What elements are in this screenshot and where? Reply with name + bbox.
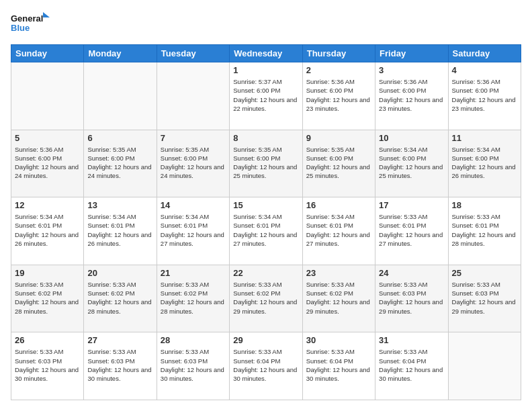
calendar-cell: 11Sunrise: 5:34 AM Sunset: 6:00 PM Dayli… [448, 130, 521, 197]
day-info: Sunrise: 5:33 AM Sunset: 6:04 PM Dayligh… [306, 347, 371, 383]
day-number: 30 [306, 335, 371, 345]
calendar-cell: 13Sunrise: 5:34 AM Sunset: 6:01 PM Dayli… [84, 197, 157, 265]
day-number: 4 [452, 65, 517, 75]
calendar-cell: 30Sunrise: 5:33 AM Sunset: 6:04 PM Dayli… [302, 332, 375, 400]
calendar-cell: 1Sunrise: 5:37 AM Sunset: 6:00 PM Daylig… [230, 62, 302, 130]
day-number: 10 [379, 133, 444, 143]
day-number: 17 [379, 200, 444, 210]
day-header-tuesday: Tuesday [157, 45, 229, 62]
calendar-cell [448, 332, 521, 400]
day-header-monday: Monday [84, 45, 157, 62]
week-row-3: 12Sunrise: 5:34 AM Sunset: 6:01 PM Dayli… [11, 197, 521, 265]
calendar-table: SundayMondayTuesdayWednesdayThursdayFrid… [11, 44, 521, 400]
calendar-cell: 23Sunrise: 5:33 AM Sunset: 6:02 PM Dayli… [302, 265, 375, 332]
day-info: Sunrise: 5:33 AM Sunset: 6:03 PM Dayligh… [452, 280, 517, 316]
day-info: Sunrise: 5:36 AM Sunset: 6:00 PM Dayligh… [379, 77, 444, 113]
calendar-cell: 9Sunrise: 5:35 AM Sunset: 6:00 PM Daylig… [302, 130, 375, 197]
day-info: Sunrise: 5:35 AM Sunset: 6:00 PM Dayligh… [161, 145, 226, 181]
day-info: Sunrise: 5:36 AM Sunset: 6:00 PM Dayligh… [15, 145, 80, 181]
day-info: Sunrise: 5:33 AM Sunset: 6:03 PM Dayligh… [87, 347, 152, 383]
day-number: 3 [379, 65, 444, 75]
day-info: Sunrise: 5:34 AM Sunset: 6:00 PM Dayligh… [452, 145, 517, 181]
day-info: Sunrise: 5:34 AM Sunset: 6:01 PM Dayligh… [87, 212, 152, 248]
logo-svg: General Blue [11, 11, 51, 38]
day-number: 15 [233, 200, 298, 210]
day-number: 9 [306, 133, 371, 143]
day-info: Sunrise: 5:34 AM Sunset: 6:01 PM Dayligh… [15, 212, 80, 248]
day-number: 26 [15, 335, 80, 345]
day-header-saturday: Saturday [448, 45, 521, 62]
calendar-cell [11, 62, 84, 130]
day-number: 5 [15, 133, 80, 143]
calendar-cell: 18Sunrise: 5:33 AM Sunset: 6:01 PM Dayli… [448, 197, 521, 265]
calendar-cell: 25Sunrise: 5:33 AM Sunset: 6:03 PM Dayli… [448, 265, 521, 332]
day-info: Sunrise: 5:37 AM Sunset: 6:00 PM Dayligh… [233, 77, 298, 113]
week-row-4: 19Sunrise: 5:33 AM Sunset: 6:02 PM Dayli… [11, 265, 521, 332]
day-info: Sunrise: 5:33 AM Sunset: 6:04 PM Dayligh… [379, 347, 444, 383]
calendar-cell: 27Sunrise: 5:33 AM Sunset: 6:03 PM Dayli… [84, 332, 157, 400]
day-number: 18 [452, 200, 517, 210]
calendar-cell: 20Sunrise: 5:33 AM Sunset: 6:02 PM Dayli… [84, 265, 157, 332]
day-number: 28 [161, 335, 226, 345]
day-header-friday: Friday [375, 45, 448, 62]
calendar-cell: 12Sunrise: 5:34 AM Sunset: 6:01 PM Dayli… [11, 197, 84, 265]
day-info: Sunrise: 5:34 AM Sunset: 6:00 PM Dayligh… [379, 145, 444, 181]
day-info: Sunrise: 5:33 AM Sunset: 6:02 PM Dayligh… [15, 280, 80, 316]
day-info: Sunrise: 5:33 AM Sunset: 6:04 PM Dayligh… [233, 347, 298, 383]
day-info: Sunrise: 5:36 AM Sunset: 6:00 PM Dayligh… [306, 77, 371, 113]
day-header-thursday: Thursday [302, 45, 375, 62]
day-info: Sunrise: 5:35 AM Sunset: 6:00 PM Dayligh… [306, 145, 371, 181]
calendar-cell: 17Sunrise: 5:33 AM Sunset: 6:01 PM Dayli… [375, 197, 448, 265]
calendar-cell: 2Sunrise: 5:36 AM Sunset: 6:00 PM Daylig… [302, 62, 375, 130]
calendar-cell: 24Sunrise: 5:33 AM Sunset: 6:03 PM Dayli… [375, 265, 448, 332]
day-info: Sunrise: 5:33 AM Sunset: 6:03 PM Dayligh… [161, 347, 226, 383]
svg-text:Blue: Blue [11, 23, 30, 33]
day-number: 12 [15, 200, 80, 210]
calendar-cell: 28Sunrise: 5:33 AM Sunset: 6:03 PM Dayli… [157, 332, 229, 400]
day-info: Sunrise: 5:33 AM Sunset: 6:01 PM Dayligh… [379, 212, 444, 248]
day-number: 20 [87, 268, 152, 278]
svg-text:General: General [11, 13, 43, 24]
day-number: 14 [161, 200, 226, 210]
day-number: 6 [87, 133, 152, 143]
day-number: 1 [233, 65, 298, 75]
calendar-cell: 16Sunrise: 5:34 AM Sunset: 6:01 PM Dayli… [302, 197, 375, 265]
calendar-cell: 21Sunrise: 5:33 AM Sunset: 6:02 PM Dayli… [157, 265, 229, 332]
calendar-cell: 14Sunrise: 5:34 AM Sunset: 6:01 PM Dayli… [157, 197, 229, 265]
svg-marker-2 [43, 12, 50, 17]
calendar-cell [157, 62, 229, 130]
day-number: 24 [379, 268, 444, 278]
page: General Blue SundayMondayTuesdayWednesda… [0, 0, 532, 411]
day-header-wednesday: Wednesday [230, 45, 302, 62]
day-info: Sunrise: 5:33 AM Sunset: 6:02 PM Dayligh… [306, 280, 371, 316]
day-number: 11 [452, 133, 517, 143]
day-info: Sunrise: 5:33 AM Sunset: 6:02 PM Dayligh… [233, 280, 298, 316]
day-info: Sunrise: 5:33 AM Sunset: 6:02 PM Dayligh… [161, 280, 226, 316]
day-number: 8 [233, 133, 298, 143]
day-info: Sunrise: 5:33 AM Sunset: 6:03 PM Dayligh… [15, 347, 80, 383]
day-info: Sunrise: 5:33 AM Sunset: 6:01 PM Dayligh… [452, 212, 517, 248]
calendar-cell: 8Sunrise: 5:35 AM Sunset: 6:00 PM Daylig… [230, 130, 302, 197]
day-number: 7 [161, 133, 226, 143]
day-number: 16 [306, 200, 371, 210]
calendar-cell: 10Sunrise: 5:34 AM Sunset: 6:00 PM Dayli… [375, 130, 448, 197]
day-info: Sunrise: 5:34 AM Sunset: 6:01 PM Dayligh… [233, 212, 298, 248]
calendar-cell: 29Sunrise: 5:33 AM Sunset: 6:04 PM Dayli… [230, 332, 302, 400]
calendar-cell: 31Sunrise: 5:33 AM Sunset: 6:04 PM Dayli… [375, 332, 448, 400]
week-row-1: 1Sunrise: 5:37 AM Sunset: 6:00 PM Daylig… [11, 62, 521, 130]
calendar-cell: 22Sunrise: 5:33 AM Sunset: 6:02 PM Dayli… [230, 265, 302, 332]
day-number: 29 [233, 335, 298, 345]
day-number: 25 [452, 268, 517, 278]
calendar-cell: 3Sunrise: 5:36 AM Sunset: 6:00 PM Daylig… [375, 62, 448, 130]
calendar-cell: 15Sunrise: 5:34 AM Sunset: 6:01 PM Dayli… [230, 197, 302, 265]
day-info: Sunrise: 5:33 AM Sunset: 6:02 PM Dayligh… [87, 280, 152, 316]
calendar-cell: 5Sunrise: 5:36 AM Sunset: 6:00 PM Daylig… [11, 130, 84, 197]
day-number: 21 [161, 268, 226, 278]
day-number: 23 [306, 268, 371, 278]
day-header-sunday: Sunday [11, 45, 84, 62]
header: General Blue [11, 11, 521, 38]
week-row-5: 26Sunrise: 5:33 AM Sunset: 6:03 PM Dayli… [11, 332, 521, 400]
day-info: Sunrise: 5:34 AM Sunset: 6:01 PM Dayligh… [161, 212, 226, 248]
day-number: 19 [15, 268, 80, 278]
day-info: Sunrise: 5:34 AM Sunset: 6:01 PM Dayligh… [306, 212, 371, 248]
